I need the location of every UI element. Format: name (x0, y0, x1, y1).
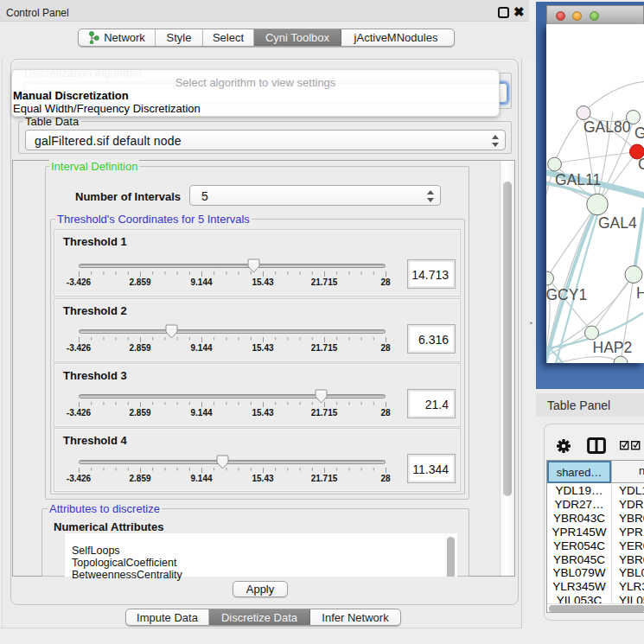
svg-text:GAL80: GAL80 (583, 118, 631, 136)
svg-text:C: C (638, 156, 644, 173)
svg-text:GAL11: GAL11 (555, 171, 601, 188)
svg-text:GCY1: GCY1 (546, 286, 587, 303)
svg-text:GAL4: GAL4 (598, 214, 637, 232)
svg-text:H: H (636, 284, 644, 302)
svg-text:HAP2: HAP2 (593, 339, 633, 356)
svg-text:G..: G.. (634, 124, 644, 142)
